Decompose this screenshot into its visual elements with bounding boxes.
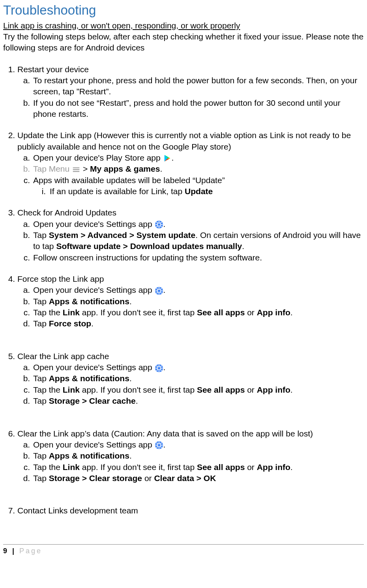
bold-text: App info [257, 308, 290, 317]
text: . [163, 363, 166, 372]
step-1b: If you do not see “Restart”, press and h… [32, 97, 364, 120]
text: . [290, 385, 293, 394]
text: or [142, 474, 154, 483]
text: . [163, 440, 166, 449]
text: app. If you don't see it, first tap [80, 308, 197, 317]
step-4c: Tap the Link app. If you don't see it, f… [32, 307, 364, 318]
step-2c-i: If an update is available for Link, tap … [48, 186, 364, 197]
step-2a: Open your device's Play Store app . [32, 152, 364, 163]
step-1: Restart your device To restart your phon… [17, 64, 364, 120]
settings-gear-icon [155, 441, 163, 449]
text: . [91, 319, 94, 328]
bold-text: My apps & games [90, 164, 160, 173]
step-5-title: Clear the Link app cache [17, 352, 109, 361]
step-5d: Tap Storage > Clear cache. [32, 395, 364, 406]
step-3b: Tap System > Advanced > System update. O… [32, 230, 364, 252]
bold-text: Storage > Clear storage [49, 474, 142, 483]
troubleshooting-steps: Restart your device To restart your phon… [3, 64, 364, 517]
step-1-title: Restart your device [17, 65, 89, 74]
text: Tap [33, 297, 49, 306]
step-5a: Open your device's Settings app . [32, 362, 364, 373]
text: Open your device's Settings app [33, 363, 155, 372]
intro-text: Try the following steps below, after eac… [3, 31, 364, 54]
bold-text: Update [185, 187, 213, 196]
step-3a: Open your device's Settings app . [32, 219, 364, 230]
text: Tap [33, 396, 49, 405]
text: Tap [33, 474, 49, 483]
step-3: Check for Android Updates Open your devi… [17, 207, 364, 263]
text: . [163, 219, 166, 228]
bold-text: Software update > Download updates manua… [56, 242, 242, 251]
text: or [245, 463, 257, 472]
bold-text: Apps & notifications [49, 451, 129, 460]
text: Apps with available updates will be labe… [33, 176, 225, 185]
step-6d: Tap Storage > Clear storage or Clear dat… [32, 473, 364, 484]
step-3c: Follow onscreen instructions for updatin… [32, 252, 364, 263]
text: If an update is available for Link, tap [50, 187, 185, 196]
step-4: Force stop the Link app Open your device… [17, 273, 364, 330]
page-title: Troubleshooting [3, 2, 364, 19]
step-7: Contact Links development team [17, 505, 364, 516]
text: . [172, 153, 174, 162]
text: or [245, 308, 257, 317]
text: . [290, 308, 293, 317]
bold-text: See all apps [197, 308, 245, 317]
text: . [136, 396, 138, 405]
page-footer: 9 | Page [3, 546, 364, 556]
bold-text: Storage > Clear cache [49, 396, 136, 405]
step-4-title: Force stop the Link app [17, 274, 104, 283]
bold-text: See all apps [197, 463, 245, 472]
bold-text: Apps & notifications [49, 374, 129, 383]
step-2b: Tap Menu > My apps & games. [32, 163, 364, 174]
step-1a: To restart your phone, press and hold th… [32, 75, 364, 97]
step-6a: Open your device's Settings app . [32, 439, 364, 450]
step-6: Clear the Link app’s data (Caution: Any … [17, 428, 364, 484]
step-3-title: Check for Android Updates [17, 208, 116, 217]
bold-text: Force stop [49, 319, 91, 328]
footer-pipe: | [9, 547, 19, 555]
text: . [129, 297, 132, 306]
bold-text: App info [257, 463, 290, 472]
hamburger-menu-icon [72, 165, 81, 174]
text: Tap Menu [33, 164, 72, 173]
step-7-title: Contact Links development team [17, 506, 138, 515]
settings-gear-icon [155, 220, 163, 229]
text: . [160, 164, 162, 173]
text: Open your device's Settings app [33, 285, 155, 294]
bold-text: Clear data > OK [154, 474, 216, 483]
bold-text: Link [63, 308, 80, 317]
footer-divider [3, 544, 364, 545]
svg-rect-6 [73, 171, 80, 172]
text: Tap [33, 374, 49, 383]
text: app. If you don't see it, first tap [80, 463, 197, 472]
text: Open your device's Play Store app [33, 153, 163, 162]
step-5c: Tap the Link app. If you don't see it, f… [32, 384, 364, 395]
text: Open your device's Settings app [33, 219, 155, 228]
text: app. If you don't see it, first tap [80, 385, 197, 394]
bold-text: Link [63, 463, 80, 472]
svg-rect-4 [73, 167, 80, 168]
text: > [81, 164, 90, 173]
step-2c: Apps with available updates will be labe… [32, 175, 364, 197]
text: Tap [33, 230, 49, 240]
text: . [290, 463, 293, 472]
bold-text: App info [257, 385, 290, 394]
bold-text: Apps & notifications [49, 297, 129, 306]
text: . [242, 242, 244, 251]
page-word: Page [19, 547, 42, 555]
play-store-icon [163, 154, 172, 163]
bold-text: See all apps [197, 385, 245, 394]
step-4a: Open your device's Settings app . [32, 285, 364, 296]
bold-text: System > Advanced > System update [49, 230, 196, 240]
text: . [163, 285, 166, 294]
text: Tap [33, 319, 49, 328]
step-5: Clear the Link app cache Open your devic… [17, 351, 364, 407]
step-4b: Tap Apps & notifications. [32, 296, 364, 307]
settings-gear-icon [155, 287, 163, 295]
text: . [129, 451, 132, 460]
text: Tap the [33, 385, 63, 394]
bold-text: Link [63, 385, 80, 394]
step-2: Update the Link app (However this is cur… [17, 130, 364, 197]
text: Tap the [33, 463, 63, 472]
section-subtitle: Link app is crashing, or won't open, res… [3, 20, 364, 31]
